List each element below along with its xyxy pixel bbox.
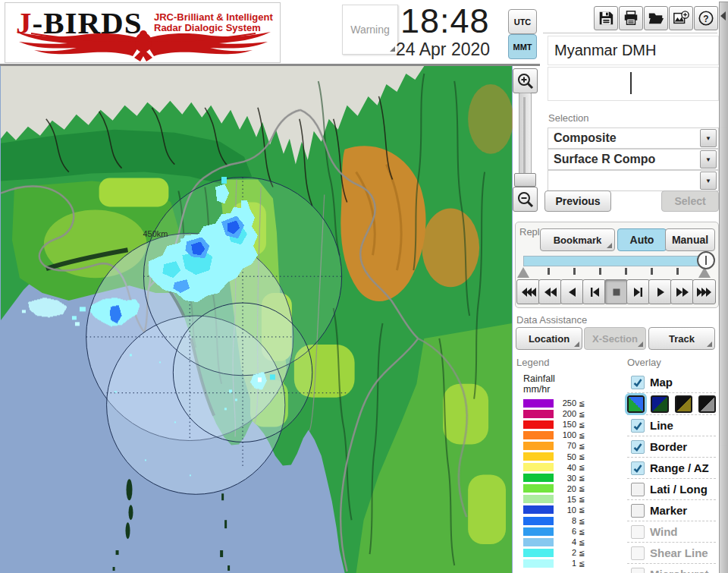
zoom-in-button[interactable] [513,68,538,93]
legend-value: 4 [554,537,576,546]
slider-tick [573,268,576,275]
legend-value: 250 [554,398,576,408]
playback-skip-first-button[interactable] [516,279,540,304]
jbirds-window: J-BIRDS JRC-Brilliant & Intelligent Rada… [0,0,728,573]
overlay-item-line[interactable]: Line [627,414,716,436]
help-button[interactable]: ? [694,6,718,30]
legend-color-swatch [523,517,554,525]
snapshot-button[interactable] [669,6,693,30]
legend-row: 4≦ [523,537,595,547]
playback-fast-backward-button[interactable] [538,279,562,304]
legend-color-swatch [523,505,554,514]
legend-operator: ≦ [579,495,585,503]
overlay-item-border[interactable]: Border [627,436,716,457]
zoom-out-button[interactable] [513,187,538,212]
legend-operator: ≦ [579,442,585,450]
legend-color-swatch [523,559,554,568]
open-file-button[interactable] [644,6,668,30]
overlay-item-shearline: Shear Line [627,542,716,563]
legend-label: Legend [516,357,549,368]
overlay-item-marker[interactable]: Marker [627,499,716,521]
mmt-button[interactable]: MMT [508,34,537,59]
legend-color-swatch [523,527,554,536]
bookmark-button[interactable]: Bookmark [540,228,615,251]
map-style-black-olive[interactable] [675,395,692,413]
playback-step-backward-button[interactable] [582,279,606,304]
checkbox-map[interactable] [631,376,645,389]
slider-tick [548,268,550,275]
chevron-down-icon[interactable]: ▼ [700,129,717,147]
checkbox-microburst [631,568,645,573]
legend-value: 20 [554,484,576,493]
manual-mode-button[interactable]: Manual [665,228,715,251]
map-style-blue-green[interactable] [627,395,645,413]
radar-map[interactable]: 450km [0,66,513,573]
header-divider [543,33,717,33]
location-button[interactable]: Location [516,327,582,350]
map-style-navy-darkgreen[interactable] [651,395,668,413]
print-button[interactable] [619,6,643,30]
replay-slider-handle[interactable] [697,251,715,269]
overlay-list: MapLineBorderRange / AZLati / LongMarker… [627,372,716,573]
chevron-down-icon[interactable]: ▼ [700,150,717,168]
save-button[interactable] [594,6,618,30]
legend-operator: ≦ [579,559,585,568]
utc-button[interactable]: UTC [508,9,537,34]
clock-date: 24 Apr 2020 [396,39,490,60]
overlay-item-rangeaz[interactable]: Range / AZ [627,457,716,478]
slider-start-marker[interactable] [517,267,529,278]
legend-operator: ≦ [579,484,585,493]
legend-operator: ≦ [579,399,585,408]
legend-color-swatch [523,431,554,439]
legend-row: 15≦ [523,494,595,505]
checkbox-wind [631,525,645,539]
panel-collapse-bar[interactable] [719,2,728,573]
chevron-down-icon[interactable]: ▼ [700,172,717,190]
overlay-item-map[interactable]: Map [627,372,716,392]
legend-row: 10≦ [523,505,595,515]
overlay-item-label: Lati / Long [650,483,708,496]
option-dropdown[interactable]: ▼ [548,170,719,191]
overlay-item-latilong[interactable]: Lati / Long [627,478,716,499]
legend-operator: ≦ [579,527,585,536]
checkbox-line[interactable] [631,419,645,433]
overlay-item-label: Range / AZ [650,461,709,474]
legend-color-swatch [523,495,554,503]
checkbox-shearline [631,546,645,560]
map-style-black-gray[interactable] [698,395,716,413]
legend-color-swatch [523,452,554,461]
site-input[interactable] [548,67,719,101]
checkbox-border[interactable] [631,440,645,454]
checkbox-marker[interactable] [631,504,645,518]
checkbox-rangeaz[interactable] [631,461,645,475]
track-button[interactable]: Track [648,327,715,350]
product-dropdown[interactable]: Surface R Compo ▼ [548,149,719,170]
legend-value: 150 [554,420,576,429]
playback-fast-forward-button[interactable] [670,279,694,304]
replay-slider-track[interactable] [523,256,713,266]
legend-value: 70 [554,441,576,450]
playback-play-forward-button[interactable] [648,279,672,304]
legend-row: 2≦ [523,547,595,558]
select-button: Select [661,190,719,212]
previous-button[interactable]: Previous [544,190,611,212]
legend-color-swatch [523,463,554,471]
playback-skip-last-button[interactable] [692,279,716,304]
question-icon: ? [698,10,714,27]
auto-mode-button[interactable]: Auto [617,228,667,251]
playback-play-backward-button[interactable] [560,279,584,304]
checkbox-latilong[interactable] [631,483,645,496]
warning-button[interactable]: Warning [342,5,398,55]
legend-operator: ≦ [579,549,585,557]
composite-dropdown[interactable]: Composite ▼ [548,128,719,149]
playback-stop-button[interactable] [604,279,628,304]
legend-value: 15 [554,495,576,504]
overlay-item-label: Shear Line [650,546,708,559]
site-name: Myanmar DMH [554,42,656,59]
legend-row: 150≦ [523,419,595,430]
zoom-slider-handle[interactable] [514,173,536,187]
collapse-left-icon [720,11,726,20]
legend-row: 50≦ [523,451,595,461]
legend-value: 100 [554,430,576,439]
playback-step-forward-button[interactable] [626,279,650,304]
